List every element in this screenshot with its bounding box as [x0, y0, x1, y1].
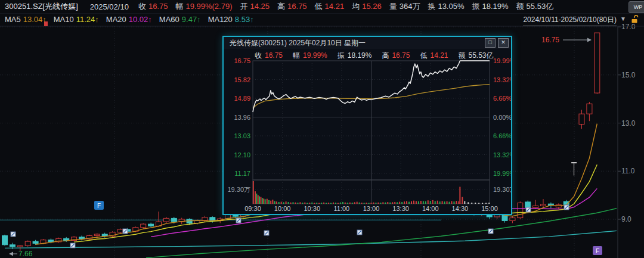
- news-marker-icon[interactable]: [11, 232, 16, 237]
- popup-stat-field-value: 18.19%: [348, 51, 372, 60]
- popup-stat-field-value: 16.75: [265, 51, 283, 60]
- stat-field-value: 19.99%(2.79): [185, 2, 232, 11]
- svg-text:12.10: 12.10: [234, 151, 250, 158]
- news-marker-icon[interactable]: [357, 230, 362, 235]
- news-marker-icon[interactable]: [564, 205, 569, 210]
- popup-stat-field-value: 14.21: [430, 51, 448, 60]
- svg-text:13.32%: 13.32%: [493, 76, 511, 83]
- svg-text:16.75: 16.75: [541, 36, 559, 44]
- stat-field-label: 振: [472, 2, 480, 11]
- stat-field-label: 量: [389, 2, 397, 11]
- svg-text:09:30: 09:30: [244, 205, 261, 212]
- ma-indicator-bar: MA513.04↑MA1011.24↑MA2010.02↑MA609.47↑MA…: [0, 14, 261, 25]
- svg-text:13:00: 13:00: [363, 205, 380, 212]
- flag-badge[interactable]: F: [94, 201, 104, 210]
- popup-stat-field: 低14.21: [420, 51, 448, 61]
- news-marker-icon[interactable]: [526, 207, 531, 212]
- news-marker-icon[interactable]: [264, 231, 269, 235]
- svg-text:14.89: 14.89: [234, 95, 250, 102]
- svg-text:F: F: [97, 203, 101, 209]
- stat-field-value: 14.21: [325, 2, 345, 11]
- popup-stat-field: 收16.75: [255, 51, 283, 61]
- ma-field: MA1208.53↑: [208, 15, 254, 24]
- ma-field-value: 11.24↑: [76, 15, 99, 24]
- popup-titlebar[interactable]: 光线传媒(300251) 2025年02月10日 星期一 □ ✕: [224, 37, 511, 49]
- popup-stat-field-label: 低: [420, 51, 427, 60]
- svg-text:15.82: 15.82: [234, 76, 250, 83]
- ma-field-label: MA20: [106, 15, 126, 24]
- svg-text:19.30万: 19.30万: [493, 186, 511, 193]
- stat-field: 幅19.99%(2.79): [175, 1, 232, 12]
- stat-field: 振18.19%: [472, 1, 509, 12]
- stat-field-value: 364万: [400, 2, 420, 11]
- stat-field-value: 55.53亿: [527, 2, 554, 11]
- svg-text:15:00: 15:00: [481, 205, 498, 212]
- stat-field: 高16.75: [277, 1, 307, 12]
- stat-field: 开14.25: [240, 1, 270, 12]
- stat-field-label: 收: [138, 2, 146, 11]
- news-marker-icon[interactable]: [236, 218, 241, 223]
- svg-text:10:00: 10:00: [274, 205, 291, 212]
- popup-stat-field: 振18.19%: [338, 51, 372, 61]
- stat-field-label: 高: [277, 2, 285, 11]
- popup-stat-field: 幅19.99%: [293, 51, 327, 61]
- svg-text:15.0: 15.0: [621, 71, 636, 79]
- trading-app-window: 17.015.013.011.09.016.757.66FF 300251.SZ…: [0, 0, 644, 258]
- svg-text:13.03: 13.03: [234, 132, 250, 139]
- news-marker-icon[interactable]: [488, 229, 493, 234]
- svg-text:7.66: 7.66: [18, 250, 33, 258]
- ma-field: MA609.47↑: [159, 15, 201, 24]
- stat-field-label: 幅: [175, 2, 183, 11]
- stat-field: 均15.26: [352, 1, 382, 12]
- ma-values: MA513.04↑MA1011.24↑MA2010.02↑MA609.47↑MA…: [5, 15, 261, 24]
- intraday-chart[interactable]: 16.7519.99%15.8213.32%14.896.66%13.960.0…: [224, 37, 511, 214]
- popup-title: 光线传媒(300251) 2025年02月10日 星期一: [230, 38, 366, 48]
- stat-field: 换13.05%: [428, 1, 464, 12]
- stat-field-value: 14.25: [250, 2, 270, 11]
- popup-stat-field-value: 16.75: [392, 51, 410, 60]
- stat-field: 量364万: [389, 1, 420, 12]
- svg-text:14:30: 14:30: [452, 205, 469, 212]
- popup-stat-field-value: 19.99%: [303, 51, 327, 60]
- news-marker-icon[interactable]: [70, 243, 75, 248]
- svg-text:13.0: 13.0: [621, 119, 636, 128]
- stock-info-bar: 300251.SZ[光线传媒] 2025/02/10 收16.75幅19.99%…: [0, 0, 644, 14]
- stat-field-value: 16.75: [287, 2, 307, 11]
- popup-stat-field-label: 振: [338, 51, 345, 60]
- ma-field-label: MA5: [5, 15, 21, 24]
- unlock-icon[interactable]: [630, 15, 639, 24]
- svg-text:0.00%: 0.00%: [493, 114, 511, 121]
- svg-text:14:00: 14:00: [422, 205, 439, 212]
- svg-text:6.66%: 6.66%: [493, 95, 511, 102]
- svg-text:13.96: 13.96: [234, 114, 250, 121]
- news-marker-icon[interactable]: [123, 229, 128, 234]
- svg-text:13:30: 13:30: [392, 205, 409, 212]
- ma-field-label: MA60: [159, 15, 179, 24]
- svg-text:19.99%: 19.99%: [493, 170, 511, 177]
- svg-text:17.0: 17.0: [621, 23, 636, 31]
- intraday-popup-window: 16.7519.99%15.8213.32%14.896.66%13.960.0…: [222, 36, 512, 215]
- svg-text:9.0: 9.0: [621, 215, 631, 223]
- date-range-selector[interactable]: 2024/10/11-2025/02/10(80日): [523, 15, 617, 26]
- popup-stat-field: 高16.75: [382, 51, 410, 61]
- svg-text:11.17: 11.17: [234, 170, 250, 177]
- svg-text:F: F: [596, 248, 599, 254]
- flag-badge[interactable]: F: [593, 246, 602, 255]
- stat-field-value: 15.26: [362, 2, 382, 11]
- stat-field-label: 换: [428, 2, 435, 11]
- stat-field: 收16.75: [138, 1, 168, 12]
- chevron-down-icon[interactable]: ▼: [620, 15, 626, 22]
- stat-field: 低14.21: [315, 1, 345, 12]
- ma-field-value: 10.02↑: [129, 15, 152, 24]
- stat-field-value: 18.19%: [482, 2, 509, 11]
- svg-text:19.30万: 19.30万: [227, 186, 250, 193]
- popup-stat-field-value: 55.53亿: [469, 51, 494, 60]
- close-button[interactable]: ✕: [498, 38, 509, 48]
- popup-stat-field-label: 高: [382, 51, 389, 60]
- ma-field: MA2010.02↑: [106, 15, 152, 24]
- svg-text:13.32%: 13.32%: [493, 151, 511, 158]
- ma-field: MA513.04↑: [5, 15, 47, 24]
- maximize-button[interactable]: □: [485, 38, 496, 48]
- wp-badge[interactable]: WP: [628, 1, 644, 13]
- svg-text:16.75: 16.75: [234, 57, 250, 64]
